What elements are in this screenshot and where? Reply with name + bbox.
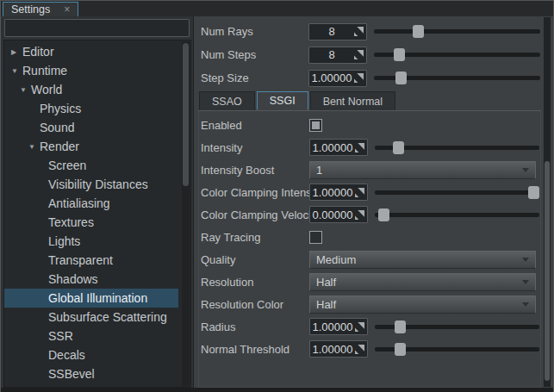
color-clamping-velocity-slider-handle[interactable] xyxy=(378,208,389,221)
enabled-label: Enabled xyxy=(201,119,309,132)
tree-item-sound[interactable]: Sound xyxy=(4,118,178,137)
ray-tracing-checkbox[interactable] xyxy=(309,231,322,244)
quality-dropdown[interactable]: Medium xyxy=(309,251,536,269)
color-clamping-intensity-label: Color Clamping Intensity xyxy=(201,186,309,199)
tree-item-transparent[interactable]: Transparent xyxy=(4,251,178,270)
num-rays-spinbox[interactable]: 8 xyxy=(308,23,367,40)
normal-threshold-spinbox[interactable]: 1.00000 xyxy=(309,340,368,358)
tree-item-physics[interactable]: Physics xyxy=(4,99,178,118)
color-clamping-velocity-spinbox[interactable]: 0.00000 xyxy=(309,206,368,223)
row-intensity-boost: Intensity Boost1 xyxy=(199,159,540,181)
row-quality: QualityMedium xyxy=(199,248,540,271)
tree-item-global-illumination[interactable]: Global Illumination xyxy=(4,289,178,308)
chevron-down-icon xyxy=(522,168,529,172)
tab-bent-normal[interactable]: Bent Normal xyxy=(310,91,395,110)
tree-item-label: Textures xyxy=(48,215,94,229)
tree-item-label: World xyxy=(31,83,62,96)
tree-item-label: Render xyxy=(40,140,79,153)
enabled-checkbox[interactable] xyxy=(309,119,322,132)
num-rays-label: Num Rays xyxy=(201,25,308,38)
tree-item-screen[interactable]: Screen xyxy=(4,156,178,175)
step-size-slider-handle[interactable] xyxy=(395,72,407,84)
radius-slider-handle[interactable] xyxy=(395,320,406,333)
spin-drag-icon[interactable] xyxy=(354,50,366,59)
tree-item-editor[interactable]: ▶Editor xyxy=(4,42,178,61)
row-color-clamping-intensity: Color Clamping Intensity1.00000 xyxy=(199,181,540,203)
color-clamping-intensity-spinbox[interactable]: 1.00000 xyxy=(309,184,368,201)
panel-scrollbar[interactable] xyxy=(544,17,551,387)
chevron-down-icon[interactable]: ▼ xyxy=(20,86,31,94)
tab-settings-label: Settings xyxy=(11,3,50,16)
tree-item-label: Sound xyxy=(40,121,74,134)
row-intensity: Intensity1.00000 xyxy=(199,136,540,159)
tree-item-textures[interactable]: Textures xyxy=(4,213,178,232)
spin-drag-icon[interactable] xyxy=(355,143,367,152)
spin-drag-icon[interactable] xyxy=(355,345,367,354)
gi-tab-bar: SSAOSSGIBent Normal xyxy=(198,91,541,111)
intensity-boost-dropdown[interactable]: 1 xyxy=(309,161,536,179)
color-clamping-velocity-slider[interactable] xyxy=(375,208,539,221)
tree-item-shadows[interactable]: Shadows xyxy=(4,270,178,289)
tree-item-decals[interactable]: Decals xyxy=(4,345,178,364)
num-steps-spinbox[interactable]: 8 xyxy=(308,47,367,64)
color-clamping-intensity-slider-handle[interactable] xyxy=(528,186,539,199)
intensity-slider-handle[interactable] xyxy=(393,141,404,154)
normal-threshold-slider[interactable] xyxy=(375,343,539,356)
chevron-right-icon[interactable]: ▶ xyxy=(11,48,22,56)
tree-item-label: Shadows xyxy=(48,272,98,286)
tree-scrollbar[interactable] xyxy=(182,41,190,386)
close-icon[interactable]: × xyxy=(64,4,70,15)
row-num-rays: Num Rays8 xyxy=(194,20,553,43)
tree-item-subsurface-scattering[interactable]: Subsurface Scattering xyxy=(4,308,178,327)
intensity-spinbox[interactable]: 1.00000 xyxy=(309,139,368,156)
resolution-dropdown-value: Half xyxy=(316,276,522,289)
spin-drag-icon[interactable] xyxy=(354,73,366,83)
tree-item-world[interactable]: ▼World xyxy=(4,80,178,99)
resolution-color-dropdown[interactable]: Half xyxy=(309,296,536,314)
chevron-down-icon[interactable]: ▼ xyxy=(11,67,22,75)
resolution-label: Resolution xyxy=(201,276,309,289)
tree-item-runtime[interactable]: ▼Runtime xyxy=(4,61,178,80)
window-bottom-edge xyxy=(1,388,553,392)
tree-item-lights[interactable]: Lights xyxy=(4,232,178,251)
intensity-slider[interactable] xyxy=(375,141,539,154)
radius-slider[interactable] xyxy=(375,320,539,333)
spin-drag-icon[interactable] xyxy=(354,27,366,36)
num-rays-slider[interactable] xyxy=(374,25,540,38)
step-size-spinbox[interactable]: 1.00000 xyxy=(308,70,367,87)
radius-spinbox[interactable]: 1.00000 xyxy=(309,318,368,335)
tree-scrollbar-thumb[interactable] xyxy=(183,43,189,186)
settings-search-input[interactable] xyxy=(4,19,190,37)
panel-scrollbar-thumb[interactable] xyxy=(545,161,550,381)
spin-drag-icon[interactable] xyxy=(355,210,367,220)
color-clamping-intensity-slider-track[interactable] xyxy=(375,190,539,195)
chevron-down-icon[interactable]: ▼ xyxy=(28,143,40,151)
tree-item-visibility-distances[interactable]: Visibility Distances xyxy=(4,175,178,194)
tree-item-ssr[interactable]: SSR xyxy=(4,327,178,345)
color-clamping-velocity-slider-track[interactable] xyxy=(375,213,539,217)
chevron-down-icon xyxy=(522,302,529,307)
chevron-down-icon xyxy=(522,258,529,262)
num-rays-slider-track[interactable] xyxy=(374,29,540,34)
resolution-dropdown[interactable]: Half xyxy=(309,273,536,291)
normal-threshold-slider-handle[interactable] xyxy=(395,343,406,356)
row-normal-threshold: Normal Threshold1.00000 xyxy=(199,338,540,360)
spin-drag-icon[interactable] xyxy=(355,322,367,332)
num-steps-slider-handle[interactable] xyxy=(394,48,405,61)
settings-panel: Num Rays8Num Steps8Step Size1.00000 SSAO… xyxy=(194,16,553,388)
resolution-color-label: Resolution Color xyxy=(201,298,309,311)
row-color-clamping-velocity: Color Clamping Velocity0.00000 xyxy=(199,203,540,226)
color-clamping-intensity-slider[interactable] xyxy=(375,186,539,199)
num-steps-slider[interactable] xyxy=(374,48,540,61)
tab-ssao[interactable]: SSAO xyxy=(199,91,255,110)
num-rays-slider-handle[interactable] xyxy=(413,25,424,38)
tree-item-render[interactable]: ▼Render xyxy=(4,137,178,156)
tab-ssgi[interactable]: SSGI xyxy=(257,91,308,110)
resolution-color-dropdown-value: Half xyxy=(316,298,522,311)
tree-item-ssbevel[interactable]: SSBevel xyxy=(4,364,178,383)
spin-drag-icon[interactable] xyxy=(355,188,367,197)
tree-item-antialiasing[interactable]: Antialiasing xyxy=(4,194,178,213)
tab-settings[interactable]: Settings × xyxy=(3,2,78,16)
step-size-slider[interactable] xyxy=(374,72,540,84)
num-steps-value: 8 xyxy=(309,48,354,61)
